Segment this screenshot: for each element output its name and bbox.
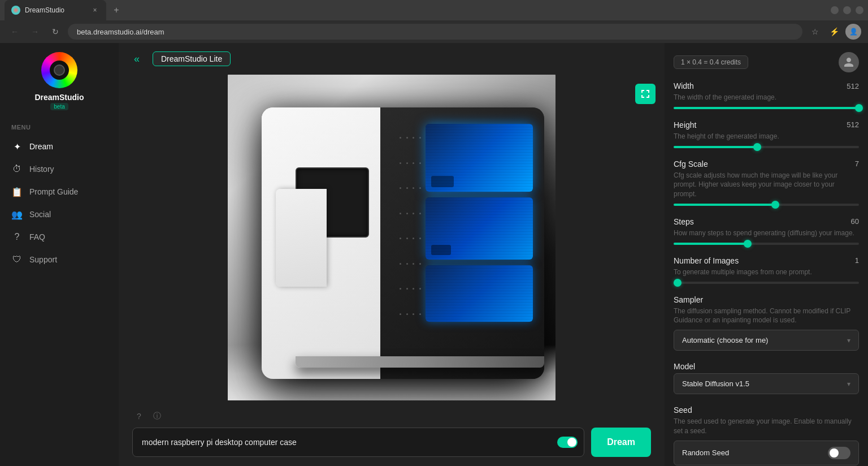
sidebar-item-dream[interactable]: ✦ Dream <box>0 135 119 158</box>
sidebar-item-social[interactable]: 👥 Social <box>0 203 119 226</box>
profile-icon[interactable]: 👤 <box>845 24 861 40</box>
sampler-header: Sampler <box>674 295 859 304</box>
width-slider-thumb[interactable] <box>855 104 863 112</box>
address-bar: ← → ↻ ☆ ⚡ 👤 <box>0 20 868 43</box>
support-icon: 🛡 <box>11 254 23 265</box>
prompt-info-button[interactable]: ⓘ <box>150 409 164 423</box>
num-images-header: Number of Images 1 <box>674 256 859 265</box>
num-images-slider[interactable] <box>674 282 859 284</box>
num-images-slider-thumb[interactable] <box>674 279 682 287</box>
menu-label: MENU <box>0 124 119 131</box>
steps-setting-header: Steps 60 <box>674 217 859 226</box>
sidebar-item-support-label: Support <box>29 255 57 264</box>
minimize-button[interactable] <box>831 6 839 14</box>
seed-toggle[interactable] <box>828 447 850 459</box>
width-desc: The width of the generated image. <box>674 93 859 102</box>
history-icon: ⏱ <box>11 163 23 175</box>
tab-favicon <box>11 6 20 15</box>
pc-screens <box>426 124 533 322</box>
height-setting-header: Height 512 <box>674 120 859 130</box>
user-avatar[interactable] <box>839 52 859 72</box>
window-controls <box>831 6 863 14</box>
bookmark-icon[interactable]: ☆ <box>807 24 823 40</box>
steps-label: Steps <box>674 217 694 226</box>
address-input[interactable] <box>68 24 802 40</box>
sampler-setting: Sampler The diffusion sampling method. C… <box>674 295 859 351</box>
sampler-desc: The diffusion sampling method. Cannot be… <box>674 307 859 326</box>
width-setting: Width 512 The width of the generated ima… <box>674 81 859 109</box>
width-setting-header: Width 512 <box>674 81 859 90</box>
back-nav-button[interactable]: ← <box>7 24 23 40</box>
pc-vents <box>397 135 426 338</box>
new-tab-button[interactable]: + <box>108 2 124 18</box>
height-desc: The height of the generated image. <box>674 132 859 141</box>
extensions-icon[interactable]: ⚡ <box>826 24 842 40</box>
model-dropdown[interactable]: Stable Diffusion v1.5 ▾ <box>674 373 859 394</box>
prompt-guide-icon: 📋 <box>11 186 23 197</box>
main-content: « DreamStudio Lite <box>119 43 665 466</box>
prompt-input[interactable] <box>132 428 584 457</box>
sidebar-item-history[interactable]: ⏱ History <box>0 158 119 180</box>
right-panel: 1 × 0.4 = 0.4 credits Width 512 The widt… <box>665 43 868 466</box>
width-slider[interactable] <box>674 107 859 109</box>
app-title-badge: DreamStudio Lite <box>153 51 231 66</box>
height-slider-thumb[interactable] <box>753 143 761 151</box>
main-canvas <box>119 75 665 400</box>
back-button[interactable]: « <box>128 50 146 68</box>
pc-screen-2 <box>426 197 533 260</box>
cfg-scale-slider[interactable] <box>674 204 859 206</box>
sidebar-item-support[interactable]: 🛡 Support <box>0 248 119 271</box>
prompt-row: Dream <box>132 428 651 457</box>
dream-button[interactable]: Dream <box>591 428 651 457</box>
sidebar-item-faq[interactable]: ? FAQ <box>0 226 119 248</box>
height-slider[interactable] <box>674 146 859 148</box>
prompt-help-button[interactable]: ? <box>132 409 146 423</box>
browser-user-avatar: 👤 <box>845 24 861 40</box>
height-setting: Height 512 The height of the generated i… <box>674 120 859 148</box>
active-tab[interactable]: DreamStudio × <box>5 0 106 20</box>
cfg-scale-slider-thumb[interactable] <box>771 201 779 209</box>
maximize-button[interactable] <box>843 6 851 14</box>
app: DreamStudio beta MENU ✦ Dream ⏱ History … <box>0 43 868 466</box>
pc-screen-1 <box>426 124 533 192</box>
sampler-dropdown-arrow: ▾ <box>847 336 850 344</box>
logo-name: DreamStudio <box>34 93 84 102</box>
expand-button[interactable] <box>635 84 656 104</box>
prompt-toggle[interactable] <box>557 437 578 448</box>
tab-bar: DreamStudio × + <box>0 0 868 20</box>
social-icon: 👥 <box>11 209 23 220</box>
height-slider-fill <box>674 146 757 148</box>
generated-image <box>228 75 555 400</box>
logo-eye <box>50 61 69 80</box>
seed-desc: The seed used to generate your image. En… <box>674 417 859 436</box>
sampler-dropdown[interactable]: Automatic (choose for me) ▾ <box>674 330 859 351</box>
tab-title: DreamStudio <box>25 6 86 14</box>
steps-slider[interactable] <box>674 243 859 245</box>
steps-slider-thumb[interactable] <box>744 240 752 248</box>
num-images-desc: To generate multiple images from one pro… <box>674 267 859 277</box>
width-value: 512 <box>847 82 859 90</box>
refresh-nav-button[interactable]: ↻ <box>47 24 63 40</box>
sidebar-item-prompt-guide[interactable]: 📋 Prompt Guide <box>0 180 119 203</box>
logo-area: DreamStudio beta <box>0 52 119 124</box>
cfg-scale-setting: Cfg Scale 7 Cfg scale adjusts how much t… <box>674 159 859 206</box>
sidebar-item-prompt-guide-label: Prompt Guide <box>29 187 78 196</box>
height-value: 512 <box>847 120 859 129</box>
model-setting: Model Stable Diffusion v1.5 ▾ <box>674 362 859 394</box>
pc-case-body <box>262 107 544 379</box>
tab-close-button[interactable]: × <box>90 6 99 15</box>
steps-setting: Steps 60 How many steps to spend generat… <box>674 217 859 245</box>
dream-icon: ✦ <box>11 141 23 152</box>
seed-header: Seed <box>674 405 859 415</box>
close-button[interactable] <box>856 6 863 14</box>
cfg-scale-desc: Cfg scale adjusts how much the image wil… <box>674 171 859 199</box>
prompt-help-row: ? ⓘ <box>132 409 651 423</box>
pc-side-element <box>276 189 327 287</box>
seed-toggle-knob <box>830 448 839 458</box>
main-header: « DreamStudio Lite <box>119 43 665 75</box>
steps-value: 60 <box>851 217 859 226</box>
model-header: Model <box>674 362 859 371</box>
sampler-selected: Automatic (choose for me) <box>682 336 768 344</box>
prompt-area: ? ⓘ Dream <box>119 400 665 466</box>
forward-nav-button[interactable]: → <box>27 24 43 40</box>
